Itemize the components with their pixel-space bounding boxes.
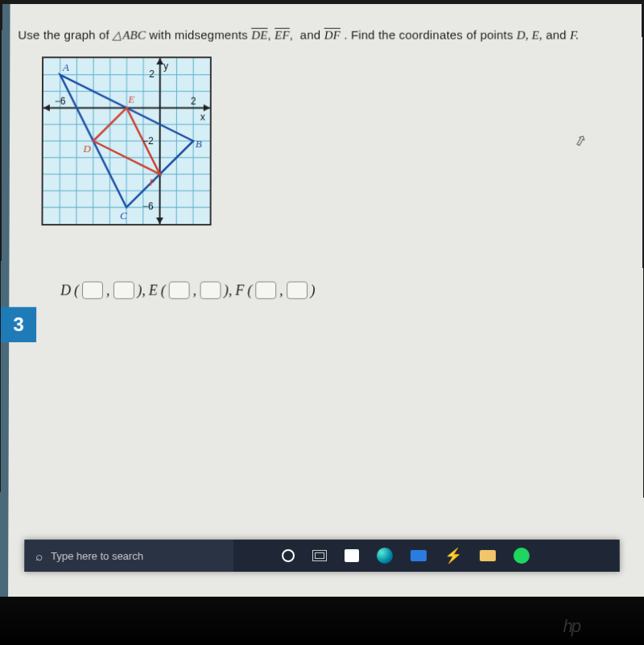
svg-line-9 <box>60 58 60 224</box>
label-b: B <box>196 138 202 150</box>
ans-label-d: D <box>60 282 71 299</box>
question-number-badge: 3 <box>1 307 36 342</box>
document-page: Use the graph of △ABC with midsegments D… <box>0 4 644 612</box>
y-arrow-down <box>156 217 163 224</box>
edge-icon[interactable] <box>377 548 393 564</box>
q-mid: with midsegments <box>149 28 251 42</box>
badge-text: 3 <box>13 313 23 336</box>
label-a: A <box>62 61 69 73</box>
cortana-icon[interactable] <box>282 549 295 562</box>
taskbar-search[interactable]: ⌕ Type here to search <box>24 540 233 572</box>
input-e-y[interactable] <box>200 282 221 300</box>
comma-d: , <box>106 282 110 299</box>
hp-logo: hp <box>564 616 580 637</box>
axis-label-y: y <box>163 60 168 72</box>
label-c: C <box>120 209 127 221</box>
power-icon[interactable]: ⚡ <box>444 547 462 564</box>
laptop-bezel: hp <box>0 597 644 645</box>
q-suffix: . Find the coordinates of points <box>344 28 517 42</box>
search-placeholder: Type here to search <box>51 550 143 562</box>
axis-label-x: x <box>200 111 205 122</box>
tick-neg6y: −6 <box>142 201 154 212</box>
tick-neg2y: −2 <box>142 135 154 147</box>
store-icon[interactable] <box>345 549 359 562</box>
input-f-y[interactable] <box>287 282 308 300</box>
input-d-y[interactable] <box>113 282 134 300</box>
q-lastpoint: F. <box>570 29 579 42</box>
coordinate-graph: A B C D E F y x 2 2 −6 −2 −6 <box>41 56 211 225</box>
ans-label-e: E <box>149 282 158 299</box>
taskbar-icons: ⚡ <box>282 547 530 564</box>
seg-ef: EF <box>275 29 290 42</box>
task-view-icon[interactable] <box>312 550 327 561</box>
q-prefix: Use the graph of <box>18 28 113 42</box>
graph-container: A B C D E F y x 2 2 −6 −2 −6 <box>41 56 626 225</box>
spotify-icon[interactable] <box>514 548 530 564</box>
input-e-x[interactable] <box>169 282 190 300</box>
seg-de: DE <box>251 29 267 42</box>
q-triangle: △ABC <box>113 29 146 42</box>
q-and: and <box>546 28 570 42</box>
mail-icon[interactable] <box>411 550 427 561</box>
seg-df: DF <box>324 29 341 42</box>
tick-2x: 2 <box>191 96 196 107</box>
answer-row: D( , ), E( , ), F( , ) <box>60 282 627 300</box>
input-f-x[interactable] <box>255 282 276 300</box>
comma-e: , <box>193 282 197 299</box>
search-icon: ⌕ <box>35 549 43 563</box>
windows-taskbar[interactable]: ⌕ Type here to search ⚡ <box>24 540 620 572</box>
x-arrow <box>204 105 210 112</box>
tick-2y: 2 <box>149 68 155 80</box>
graph-svg: A B C D E F y x 2 2 −6 −2 −6 <box>43 58 209 224</box>
file-explorer-icon[interactable] <box>480 550 496 561</box>
ans-label-f: F <box>235 282 244 299</box>
question-text: Use the graph of △ABC with midsegments D… <box>18 28 625 43</box>
label-f: F <box>148 176 156 188</box>
input-d-x[interactable] <box>82 282 103 300</box>
y-arrow <box>156 58 163 64</box>
tick-neg6x: −6 <box>55 96 66 107</box>
comma-f: , <box>279 282 283 299</box>
grid-lines <box>43 58 209 224</box>
label-e: E <box>127 93 134 105</box>
label-d: D <box>82 143 91 155</box>
q-points: D, E, <box>517 29 543 42</box>
x-arrow-left <box>43 105 50 112</box>
